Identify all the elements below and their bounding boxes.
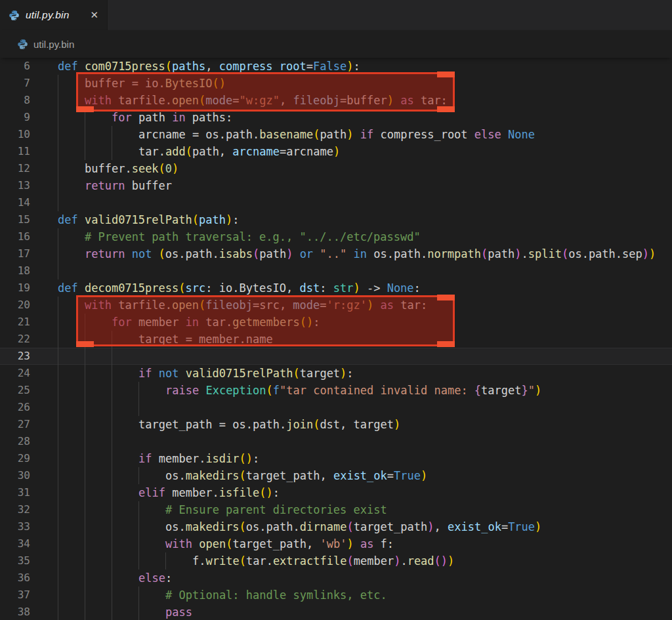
line-number[interactable]: 14: [0, 194, 30, 211]
code-line[interactable]: 19def decom0715press(src: io.BytesIO, ds…: [0, 279, 672, 297]
code-line[interactable]: 21for member in tar.getmembers():: [0, 314, 672, 331]
code-line[interactable]: 26: [0, 399, 672, 416]
line-number[interactable]: 8: [0, 92, 30, 109]
code-line[interactable]: 33os.makedirs(os.path.dirname(target_pat…: [0, 518, 672, 535]
code-line[interactable]: 15def valid0715relPath(path):: [0, 211, 672, 228]
code-line[interactable]: 12buffer.seek(0): [0, 160, 672, 177]
indent-guides: [58, 416, 138, 433]
line-number[interactable]: 7: [0, 75, 30, 92]
indent-guides: [58, 228, 85, 245]
line-number[interactable]: 26: [0, 399, 30, 416]
line-number[interactable]: 13: [0, 177, 30, 194]
indent-guides: [58, 518, 165, 535]
line-number[interactable]: 21: [0, 314, 30, 331]
line-number[interactable]: 36: [0, 569, 30, 587]
code-line[interactable]: 7buffer = io.BytesIO(): [0, 75, 672, 92]
code-line[interactable]: 11tar.add(path, arcname=arcname): [0, 143, 672, 160]
code-line[interactable]: 25raise Exception(f"tar contained invali…: [0, 382, 672, 399]
python-icon: [17, 39, 28, 50]
code-line[interactable]: 18: [0, 262, 672, 279]
indent-guides: [58, 75, 85, 92]
line-number[interactable]: 28: [0, 433, 30, 450]
line-number[interactable]: 35: [0, 552, 30, 569]
code-text: [30, 194, 85, 211]
code-line[interactable]: 24if not valid0715relPath(target):: [0, 365, 672, 382]
line-number[interactable]: 24: [0, 365, 30, 382]
code-text: pass: [30, 604, 192, 620]
line-number[interactable]: 10: [0, 126, 30, 143]
line-number[interactable]: 38: [0, 604, 30, 620]
code-line[interactable]: 27target_path = os.path.join(dst, target…: [0, 416, 672, 433]
code-text: raise Exception(f"tar contained invalid …: [30, 382, 541, 399]
code-line[interactable]: 28: [0, 433, 672, 450]
indent-guides: [58, 535, 165, 552]
line-number[interactable]: 18: [0, 262, 30, 279]
line-number[interactable]: 12: [0, 160, 30, 177]
code-line[interactable]: 30os.makedirs(target_path, exist_ok=True…: [0, 467, 672, 484]
code-line[interactable]: 8with tarfile.open(mode="w:gz", fileobj=…: [0, 92, 672, 109]
code-text: target_path = os.path.join(dst, target): [30, 416, 400, 433]
code-text: with tarfile.open(fileobj=src, mode='r:g…: [30, 297, 427, 314]
indent-guides: [58, 194, 85, 211]
code-line[interactable]: 29if member.isdir():: [0, 450, 672, 467]
tab-util-py-bin[interactable]: util.py.bin ✕: [0, 0, 108, 30]
code-line[interactable]: 37# Optional: handle symlinks, etc.: [0, 587, 672, 604]
code-text: for path in paths:: [30, 109, 232, 126]
line-number[interactable]: 31: [0, 484, 30, 501]
code-line[interactable]: 14: [0, 194, 672, 211]
code-text: def com0715press(paths, compress_root=Fa…: [30, 58, 360, 75]
line-number[interactable]: 6: [0, 58, 30, 75]
code-text: with open(target_path, 'wb') as f:: [30, 535, 394, 552]
code-line[interactable]: 6def com0715press(paths, compress_root=F…: [0, 58, 672, 75]
code-text: [30, 399, 165, 416]
line-number[interactable]: 20: [0, 297, 30, 314]
line-number[interactable]: 17: [0, 245, 30, 262]
indent-guides: [58, 262, 85, 279]
indent-guides: [58, 177, 85, 194]
code-text: [30, 433, 138, 450]
indent-guides: [58, 604, 165, 620]
code-line[interactable]: 17return not (os.path.isabs(path) or "..…: [0, 245, 672, 262]
code-line[interactable]: 35f.write(tar.extractfile(member).read()…: [0, 552, 672, 569]
line-number[interactable]: 29: [0, 450, 30, 467]
breadcrumb: util.py.bin: [0, 30, 672, 58]
code-line[interactable]: 32# Ensure parent directories exist: [0, 501, 672, 518]
line-number[interactable]: 37: [0, 587, 30, 604]
tab-bar: util.py.bin ✕: [0, 0, 672, 30]
code-text: # Optional: handle symlinks, etc.: [30, 587, 387, 604]
line-number[interactable]: 15: [0, 211, 30, 228]
code-line[interactable]: 31elif member.isfile():: [0, 484, 672, 501]
code-line[interactable]: 10arcname = os.path.basename(path) if co…: [0, 126, 672, 143]
indent-guides: [58, 450, 138, 467]
line-number[interactable]: 27: [0, 416, 30, 433]
code-line[interactable]: 36else:: [0, 569, 672, 587]
line-number[interactable]: 33: [0, 518, 30, 535]
code-text: os.makedirs(os.path.dirname(target_path)…: [30, 518, 541, 535]
code-line[interactable]: 20with tarfile.open(fileobj=src, mode='r…: [0, 297, 672, 314]
line-number[interactable]: 19: [0, 279, 30, 297]
line-number[interactable]: 30: [0, 467, 30, 484]
breadcrumb-file[interactable]: util.py.bin: [33, 39, 74, 50]
code-line[interactable]: 38pass: [0, 604, 672, 620]
line-number[interactable]: 32: [0, 501, 30, 518]
line-number[interactable]: 16: [0, 228, 30, 245]
code-line[interactable]: 22target = member.name: [0, 331, 672, 348]
line-number[interactable]: 22: [0, 331, 30, 348]
code-text: [30, 262, 85, 279]
code-line[interactable]: 13return buffer: [0, 177, 672, 194]
line-number[interactable]: 34: [0, 535, 30, 552]
code-text: tar.add(path, arcname=arcname): [30, 143, 340, 160]
code-line[interactable]: 16# Prevent path traversal: e.g., "../..…: [0, 228, 672, 245]
line-number[interactable]: 23: [0, 348, 30, 365]
editor[interactable]: 6def com0715press(paths, compress_root=F…: [0, 58, 672, 620]
close-icon[interactable]: ✕: [88, 9, 100, 22]
code-line[interactable]: 23: [0, 348, 672, 365]
code-line[interactable]: 34with open(target_path, 'wb') as f:: [0, 535, 672, 552]
line-number[interactable]: 11: [0, 143, 30, 160]
code-text: for member in tar.getmembers():: [30, 314, 320, 331]
line-number[interactable]: 9: [0, 109, 30, 126]
code-text: # Prevent path traversal: e.g., "../../e…: [30, 228, 421, 245]
indent-guides: [58, 365, 138, 382]
code-line[interactable]: 9for path in paths:: [0, 109, 672, 126]
line-number[interactable]: 25: [0, 382, 30, 399]
